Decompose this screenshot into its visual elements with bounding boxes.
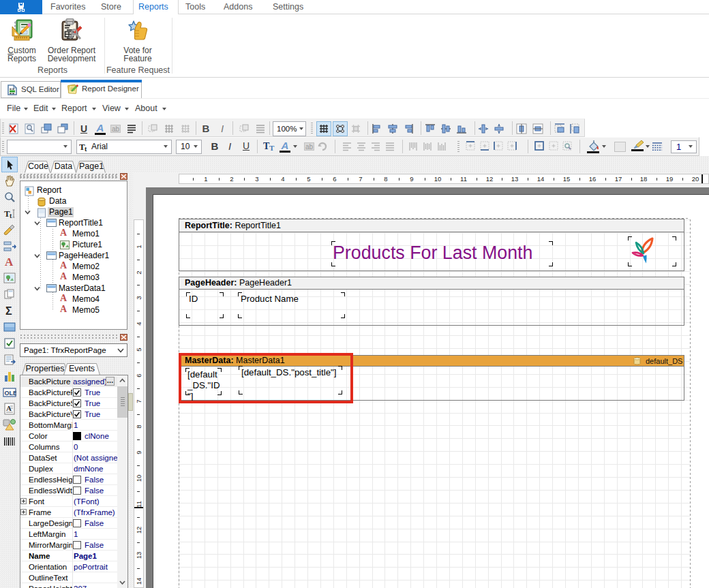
svg-text:T: T [269, 144, 275, 152]
svg-text:OLE: OLE [5, 390, 17, 397]
svg-text:Σ: Σ [5, 305, 12, 317]
svg-text:A: A [5, 256, 14, 268]
svg-text:t: t [10, 212, 12, 219]
svg-text:t: t [85, 145, 87, 152]
